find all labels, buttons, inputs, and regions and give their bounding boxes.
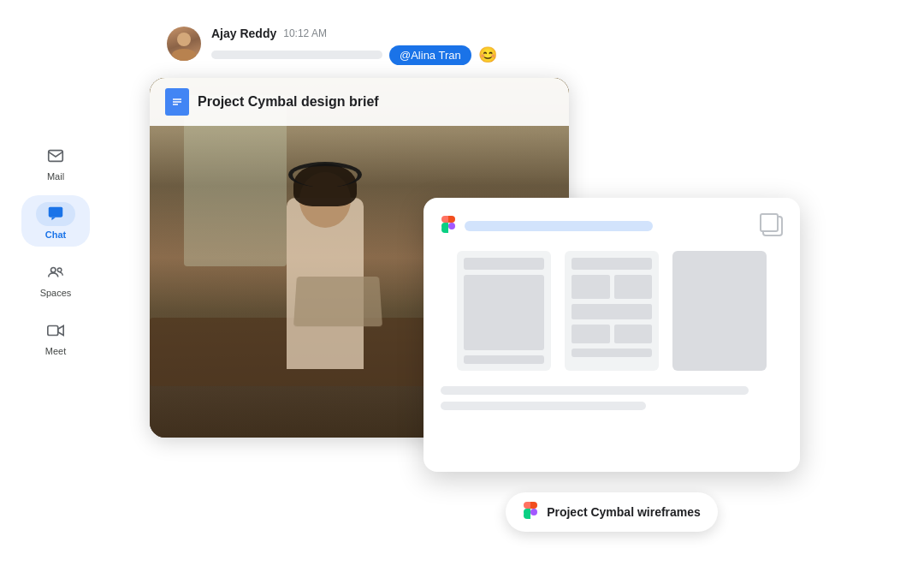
message-row: Ajay Reddy 10:12 AM @Alina Tran 😊	[167, 27, 497, 65]
wf-cell-2c	[572, 304, 652, 319]
wf-cell-2d	[572, 325, 610, 343]
message-info: Ajay Reddy 10:12 AM @Alina Tran 😊	[211, 27, 497, 65]
figma-card-inner	[424, 198, 800, 472]
person	[261, 155, 398, 369]
figma-caption-text: Project Cymbal wireframes	[547, 505, 701, 519]
spaces-icon	[46, 263, 65, 282]
bottom-line-2	[441, 402, 646, 410]
laptop	[293, 277, 382, 326]
sidebar-chat-label: Chat	[45, 229, 66, 240]
figma-copy-icon[interactable]	[762, 216, 783, 236]
avatar-face	[177, 33, 191, 46]
wf-body-1	[464, 275, 544, 350]
headphones	[288, 162, 362, 188]
wf-footer-1	[464, 355, 544, 364]
wf-cell-2a	[572, 275, 610, 299]
docs-icon	[165, 88, 189, 116]
svg-rect-5	[48, 326, 58, 336]
sidebar-spaces-label: Spaces	[40, 288, 72, 298]
wf-row-2c	[572, 325, 652, 343]
figma-card[interactable]	[424, 198, 800, 472]
wf-header-1	[464, 258, 544, 270]
wireframes-row	[441, 251, 783, 371]
wireframe-3	[672, 251, 767, 371]
main-content: Ajay Reddy 10:12 AM @Alina Tran 😊	[111, 0, 924, 566]
mail-icon-circle	[36, 144, 75, 168]
chat-icon	[46, 205, 65, 223]
caption-row: Project Cymbal wireframes	[424, 492, 800, 532]
figma-url-bar	[465, 221, 653, 231]
message-time: 10:12 AM	[283, 27, 327, 39]
message-text-bar	[211, 51, 382, 59]
sidebar-mail-label: Mail	[47, 171, 64, 182]
bottom-line-1	[441, 386, 749, 395]
svg-point-4	[57, 268, 62, 272]
sidebar-item-spaces[interactable]: Spaces	[21, 253, 90, 305]
sidebar-item-meet[interactable]: Meet	[21, 312, 90, 363]
caption-pill: Project Cymbal wireframes	[506, 492, 718, 532]
chat-icon-circle	[36, 202, 75, 226]
figma-logo-row	[441, 215, 653, 237]
sidebar: Mail Chat Spaces	[0, 0, 111, 566]
chat-container: Ajay Reddy 10:12 AM @Alina Tran 😊	[150, 27, 886, 540]
svg-marker-6	[58, 326, 63, 336]
docs-card-header: Project Cymbal design brief	[150, 78, 569, 126]
wireframe-1	[457, 251, 551, 371]
sidebar-meet-label: Meet	[45, 346, 66, 356]
svg-point-3	[51, 268, 56, 273]
google-docs-icon	[170, 93, 184, 110]
wf-footer-2	[572, 349, 652, 357]
wf-header-2	[572, 258, 652, 270]
meet-icon-circle	[36, 319, 75, 343]
spaces-icon-circle	[36, 260, 75, 284]
wf-row-2b	[572, 304, 652, 319]
caption-figma-logo	[523, 501, 538, 523]
emoji: 😊	[478, 45, 497, 64]
figma-logo	[441, 215, 456, 237]
avatar-body	[172, 49, 196, 61]
mail-icon	[46, 146, 65, 165]
figma-card-top	[441, 215, 783, 237]
figma-bottom-lines	[441, 386, 783, 410]
docs-title: Project Cymbal design brief	[198, 94, 379, 110]
wf-cell-2e	[614, 325, 653, 343]
svg-marker-2	[51, 217, 56, 221]
wf-row-2a	[572, 275, 652, 299]
meet-icon	[46, 321, 65, 340]
wireframe-2	[565, 251, 659, 371]
message-header: Ajay Reddy 10:12 AM	[211, 27, 497, 40]
sidebar-item-chat[interactable]: Chat	[21, 195, 90, 247]
mention-tag[interactable]: @Alina Tran	[389, 45, 471, 65]
message-bubble-row: @Alina Tran 😊	[211, 45, 497, 65]
wf-cell-2b	[614, 275, 653, 299]
svg-rect-1	[49, 207, 63, 217]
avatar	[167, 27, 201, 61]
sidebar-item-mail[interactable]: Mail	[21, 137, 90, 188]
sender-name: Ajay Reddy	[211, 27, 276, 40]
